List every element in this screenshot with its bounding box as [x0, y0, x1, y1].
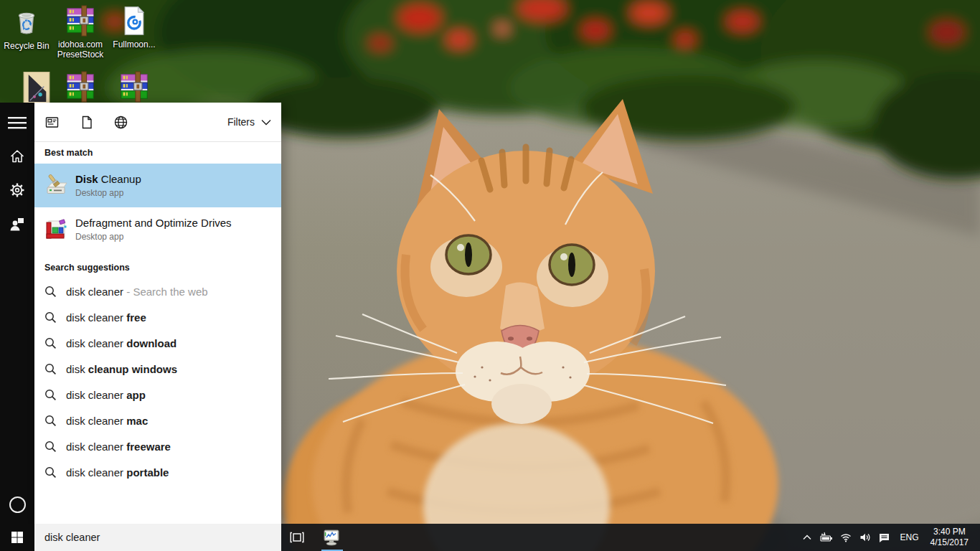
result-title: Defragment and Optimize Drives	[75, 217, 232, 230]
filters-dropdown[interactable]: Filters	[227, 116, 271, 128]
fullmoon-document-icon	[118, 4, 150, 37]
taskbar: ENG 3:40 PM 4/15/2017	[0, 524, 980, 551]
search-icon	[44, 337, 57, 349]
chevron-up-icon	[801, 532, 813, 543]
search-filters-bar: Filters	[34, 103, 281, 142]
suggestion-text: disk cleaner portable	[66, 466, 169, 479]
clock-time: 3:40 PM	[930, 527, 969, 537]
search-suggestion-row[interactable]: disk cleaner free	[34, 304, 281, 330]
result-defragment[interactable]: Defragment and Optimize Drives Desktop a…	[34, 207, 281, 251]
search-icon	[44, 415, 57, 427]
web-filter-icon[interactable]	[113, 115, 128, 130]
clock[interactable]: 3:40 PM 4/15/2017	[928, 527, 971, 548]
hamburger-menu-button[interactable]	[0, 108, 34, 137]
suggestion-text: disk cleaner app	[66, 389, 146, 401]
hamburger-menu-icon	[8, 116, 27, 129]
apps-filter-icon[interactable]	[44, 115, 60, 130]
search-icon	[44, 441, 57, 453]
filters-label: Filters	[227, 116, 255, 128]
system-tray: ENG 3:40 PM 4/15/2017	[801, 524, 980, 551]
task-view-icon	[290, 532, 304, 543]
performance-monitor-icon	[323, 528, 341, 547]
documents-filter-icon[interactable]	[79, 115, 94, 130]
winrar-archive-icon	[118, 70, 151, 103]
result-subtitle: Desktop app	[75, 232, 232, 242]
settings-gear-icon	[9, 182, 25, 198]
taskbar-search-input[interactable]	[34, 524, 281, 551]
taskbar-app-performance-monitor[interactable]	[318, 524, 347, 551]
suggestion-text: disk cleaner download	[66, 337, 176, 349]
battery-status[interactable]	[820, 524, 833, 551]
search-suggestion-row[interactable]: disk cleaner download	[34, 330, 281, 356]
desktop-icon-label: Recycle Bin	[4, 41, 49, 51]
search-suggestion-row[interactable]: disk cleanup windows	[34, 356, 281, 382]
network-status[interactable]	[839, 524, 852, 551]
search-flyout-sidebar	[0, 103, 34, 524]
recycle-bin-icon	[10, 4, 43, 39]
clock-date: 4/15/2017	[930, 537, 969, 548]
best-match-header: Best match	[34, 142, 281, 164]
volume-status[interactable]	[859, 524, 872, 551]
chevron-down-icon	[261, 119, 271, 126]
desktop-icon-recycle-bin[interactable]: Recycle Bin	[0, 4, 53, 51]
result-title: Disk Cleanup	[75, 173, 141, 186]
search-icon	[44, 311, 57, 324]
volume-icon	[859, 532, 871, 543]
action-center-icon	[878, 532, 890, 543]
photo-file-icon	[23, 72, 50, 103]
search-results-panel: Filters Best match Disk Cleanup Desktop …	[34, 103, 281, 524]
search-icon	[44, 389, 57, 401]
language-indicator[interactable]: ENG	[897, 532, 922, 542]
desktop-icon-fullmoon[interactable]: Fullmoon...	[108, 4, 161, 50]
task-view-button[interactable]	[283, 524, 311, 551]
desktop-screen: Recycle Bin idohoa.com PresetStock Fullm…	[0, 0, 980, 551]
desktop-icon-archive-2[interactable]	[54, 70, 107, 103]
search-suggestion-row[interactable]: disk cleaner portable	[34, 459, 281, 485]
result-subtitle: Desktop app	[75, 188, 141, 198]
search-icon	[44, 466, 57, 479]
desktop-icon-idohoa-archive[interactable]: idohoa.com PresetStock	[54, 4, 107, 60]
winrar-archive-icon	[64, 70, 97, 103]
suggestion-text: disk cleaner mac	[66, 415, 148, 427]
start-button[interactable]	[0, 524, 34, 551]
windows-start-icon	[11, 532, 23, 543]
search-suggestions-header: Search suggestions	[34, 257, 281, 278]
cortana-circle-icon	[9, 496, 26, 513]
search-icon	[44, 286, 57, 298]
result-disk-cleanup[interactable]: Disk Cleanup Desktop app	[34, 164, 281, 207]
action-center-button[interactable]	[878, 524, 891, 551]
feedback-icon	[9, 217, 25, 232]
disk-cleanup-icon	[44, 174, 67, 197]
settings-button[interactable]	[0, 176, 34, 204]
winrar-archive-icon	[64, 4, 97, 37]
search-suggestion-row[interactable]: disk cleaner - Search the web	[34, 278, 281, 304]
home-button[interactable]	[0, 142, 34, 171]
search-suggestion-row[interactable]: disk cleaner freeware	[34, 433, 281, 459]
search-suggestion-row[interactable]: disk cleaner mac	[34, 408, 281, 433]
battery-icon	[820, 532, 833, 543]
desktop-icon-label: idohoa.com PresetStock	[54, 39, 107, 60]
suggestion-text: disk cleanup windows	[66, 363, 177, 375]
desktop-icon-archive-3[interactable]	[108, 70, 161, 103]
cortana-button[interactable]	[0, 490, 34, 519]
feedback-button[interactable]	[0, 210, 34, 239]
suggestion-text: disk cleaner free	[66, 311, 146, 324]
search-suggestion-row[interactable]: disk cleaner app	[34, 382, 281, 408]
tray-chevron-button[interactable]	[801, 524, 814, 551]
suggestion-text: disk cleaner - Search the web	[66, 286, 208, 298]
suggestion-text: disk cleaner freeware	[66, 441, 171, 453]
desktop-icon-label: Fullmoon...	[113, 39, 155, 50]
search-icon	[44, 363, 57, 375]
home-icon	[9, 149, 25, 164]
wifi-icon	[840, 532, 852, 543]
defragment-icon	[44, 218, 67, 241]
